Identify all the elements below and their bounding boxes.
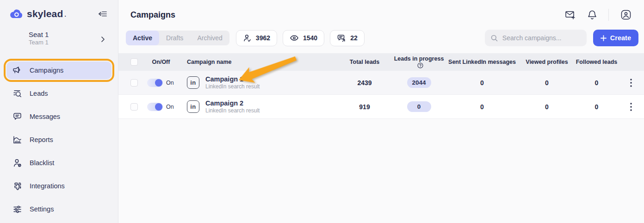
skylead-logo[interactable]: skylead . [9, 8, 66, 19]
sent-messages-value: 0 [446, 79, 519, 87]
sidebar-item-label: Reports [30, 136, 53, 143]
table-header-row: On/Off Campaign name Total leads Leads i… [118, 53, 644, 71]
viewed-profiles-value: 0 [519, 103, 575, 111]
row-select-cell [118, 79, 141, 87]
stat-chip-messages[interactable]: 22 [330, 30, 365, 46]
sidebar-item-leads[interactable]: Leads [0, 82, 118, 105]
notifications-bell-icon[interactable] [587, 9, 597, 20]
col-viewed-profiles: Viewed profiles [519, 59, 575, 65]
stat-chip-leads[interactable]: 3962 [236, 30, 277, 46]
sidebar-item-integrations[interactable]: Integrations [0, 174, 118, 198]
plus-icon [601, 35, 607, 41]
brand-dot: . [64, 12, 66, 18]
table-row-campaign-2[interactable]: On in Campaign 2 LinkedIn search result … [118, 95, 644, 119]
search-campaigns-box[interactable] [485, 30, 587, 46]
campaigns-table: On/Off Campaign name Total leads Leads i… [118, 53, 644, 119]
toggle-state-label: On [166, 80, 174, 86]
col-leads-in-progress-label: Leads in progress [394, 56, 444, 62]
collapse-sidebar-icon[interactable] [97, 8, 109, 19]
campaign-name-cell: in Campaign 2 LinkedIn search result [181, 99, 337, 114]
followed-leads-value: 0 [575, 103, 618, 111]
total-leads-value: 919 [337, 103, 392, 111]
sidebar-item-messages[interactable]: Messages [0, 105, 118, 128]
sidebar-logo-row: skylead . [0, 0, 118, 19]
sidebar-item-label: Messages [30, 113, 60, 120]
sidebar-item-label: Integrations [30, 182, 65, 190]
header-icons [564, 9, 632, 21]
sidebar-item-campaigns[interactable]: Campaigns [6, 62, 111, 79]
tab-drafts[interactable]: Drafts [159, 31, 190, 45]
search-input[interactable] [502, 34, 581, 42]
stat-chip-views[interactable]: 1540 [283, 30, 324, 46]
sent-messages-value: 0 [446, 103, 519, 111]
toggle-state-label: On [166, 104, 174, 110]
leads-in-progress-badge: 2044 [407, 77, 431, 88]
sidebar-item-label: Settings [30, 205, 54, 213]
reports-chart-icon [12, 135, 22, 144]
sidebar-item-label: Blacklist [30, 159, 54, 167]
user-block-icon [12, 158, 22, 168]
stat-value: 1540 [303, 34, 317, 42]
account-avatar-icon[interactable] [620, 9, 632, 21]
campaign-subtitle: LinkedIn search result [205, 107, 260, 114]
sidebar-item-blacklist[interactable]: Blacklist [0, 151, 118, 174]
stat-value: 3962 [256, 34, 270, 42]
campaign-toggle[interactable] [147, 103, 163, 111]
col-followed-leads: Followed leads [575, 59, 618, 65]
sidebar-item-label: Leads [30, 90, 48, 97]
create-button[interactable]: Create [593, 30, 638, 46]
puzzle-icon [12, 181, 22, 191]
leads-search-icon [12, 89, 22, 99]
row-checkbox[interactable] [130, 103, 138, 111]
person-check-icon [243, 34, 252, 43]
new-mail-icon[interactable] [564, 9, 576, 20]
sidebar-nav: Campaigns Leads [0, 59, 118, 221]
col-sent-messages: Sent LinkedIn messages [446, 59, 519, 65]
stat-value: 22 [350, 34, 358, 42]
campaign-name[interactable]: Campaign 1 [205, 75, 260, 83]
linkedin-icon: in [187, 100, 199, 113]
toggle-knob [155, 103, 162, 111]
leads-in-progress-badge: 0 [407, 101, 431, 112]
select-all-cell [118, 58, 141, 66]
campaign-name[interactable]: Campaign 2 [205, 99, 260, 107]
main-content: Campaigns [118, 0, 644, 223]
viewed-profiles-value: 0 [519, 79, 575, 87]
create-button-label: Create [610, 34, 631, 42]
leads-in-progress-cell: 2044 [392, 77, 446, 88]
campaign-subtitle: LinkedIn search result [205, 83, 260, 90]
chevron-right-icon [101, 36, 105, 43]
table-row-campaign-1[interactable]: On in Campaign 1 LinkedIn search result … [118, 71, 644, 95]
leads-in-progress-cell: 0 [392, 101, 446, 112]
row-menu-kebab-icon[interactable] [618, 103, 644, 111]
campaign-name-cell: in Campaign 1 LinkedIn search result [181, 75, 337, 90]
sidebar-item-label: Campaigns [30, 67, 63, 74]
select-all-checkbox[interactable] [130, 58, 138, 66]
message-sent-icon [337, 34, 346, 43]
row-checkbox[interactable] [130, 79, 138, 87]
row-select-cell [118, 103, 141, 111]
header-divider [608, 9, 609, 21]
followed-leads-value: 0 [575, 79, 618, 87]
sidebar: skylead . Seat 1 Team 1 [0, 0, 118, 223]
toolbar: Active Drafts Archived 3962 [118, 22, 644, 46]
message-icon [12, 112, 22, 121]
seat-selector[interactable]: Seat 1 Team 1 [0, 31, 118, 46]
sidebar-item-settings[interactable]: Settings [0, 198, 118, 221]
total-leads-value: 2439 [337, 79, 392, 87]
sidebar-item-reports[interactable]: Reports [0, 128, 118, 151]
tab-archived[interactable]: Archived [190, 31, 229, 45]
help-circle-icon[interactable] [417, 62, 423, 68]
row-menu-kebab-icon[interactable] [618, 79, 644, 87]
megaphone-icon [12, 66, 22, 75]
col-leads-in-progress: Leads in progress [392, 56, 446, 68]
eye-icon [290, 34, 299, 42]
col-campaign-name: Campaign name [181, 59, 337, 65]
campaign-toggle[interactable] [147, 79, 163, 87]
main-header: Campaigns [118, 0, 644, 22]
page-title: Campaigns [130, 10, 175, 20]
stat-chips: 3962 1540 [236, 30, 365, 46]
tab-active[interactable]: Active [126, 31, 159, 45]
col-on-off: On/Off [141, 59, 181, 65]
brand-name: skylead [27, 8, 63, 19]
